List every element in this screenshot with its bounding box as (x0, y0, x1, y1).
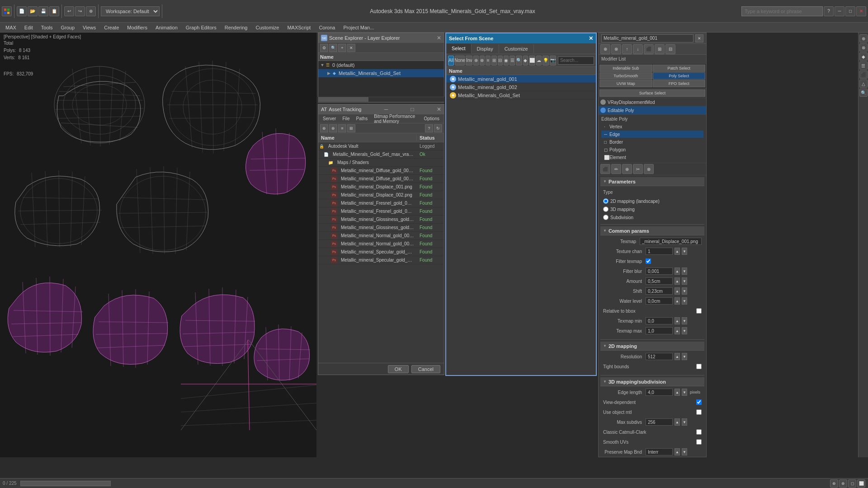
preserve-map-up[interactable]: ▲ (675, 448, 680, 455)
sfs-btn-filter8[interactable]: 🔍 (516, 56, 522, 66)
sfs-item-gold002[interactable]: ◆ Metallic_mineral_gold_002 (446, 83, 596, 91)
at-menu-paths[interactable]: Paths (354, 116, 371, 122)
rt-btn-1[interactable]: ⊕ (859, 34, 868, 42)
btn-patch-select[interactable]: Patch Select (653, 65, 706, 72)
texmap-input[interactable] (640, 238, 702, 245)
type-subdiv[interactable]: Subdivision (603, 214, 702, 221)
rt-btn-6[interactable]: △ (859, 80, 868, 88)
at-row-norm001[interactable]: Ps Metallic_mineral_Normal_gold_001.png … (318, 232, 444, 240)
texture-chan-up[interactable]: ▲ (675, 248, 680, 255)
at-row-maps[interactable]: 📁 Maps / Shaders (318, 159, 444, 167)
water-level-up[interactable]: ▲ (675, 297, 680, 305)
shift-input[interactable] (646, 287, 673, 295)
at-cancel-button[interactable]: Cancel (411, 365, 440, 373)
sfs-btn-filter11[interactable]: ☁ (536, 56, 542, 66)
at-row-vault[interactable]: 🔒 Autodesk Vault Logged (318, 142, 444, 150)
max-subdivs-input[interactable] (646, 418, 673, 426)
sfs-btn-filter2[interactable]: ⊗ (480, 56, 485, 66)
at-row-fresnel002[interactable]: Ps Metallic_mineral_Fresnel_gold_002.png… (318, 207, 444, 216)
at-row-displ002[interactable]: Ps Metallic_mineral_Displace_002.png Fou… (318, 191, 444, 199)
amount-up[interactable]: ▲ (675, 277, 680, 285)
menu-modifiers[interactable]: Modifiers (123, 24, 151, 31)
at-row-diff001[interactable]: Ps Metallic_mineral_Diffuse_gold_001.png… (318, 167, 444, 175)
texmap-max-up[interactable]: ▲ (675, 327, 680, 334)
ep-btn-2[interactable]: ✏ (611, 164, 621, 174)
open-btn[interactable]: 📂 (28, 6, 38, 16)
texmap-max-input[interactable] (646, 327, 673, 334)
minimize-btn[interactable]: ─ (835, 6, 844, 16)
filter-texmap-check[interactable] (646, 258, 651, 264)
maximize-btn[interactable]: □ (845, 6, 855, 16)
sfs-btn-filter3[interactable]: ≡ (486, 56, 491, 66)
3d-mapping-title[interactable]: 3D mapping/subdivision (600, 377, 704, 386)
type-3d[interactable]: 3D mapping (603, 206, 702, 213)
at-menu-bitmap[interactable]: Bitmap Performance and Memory (371, 113, 420, 124)
radio-2d[interactable] (603, 198, 609, 204)
max-subdivs-up[interactable]: ▲ (675, 418, 680, 426)
prop-btn-5[interactable]: ⬛ (644, 44, 654, 54)
texmap-max-down[interactable]: ▼ (682, 327, 687, 334)
tight-bounds-check[interactable] (696, 364, 702, 369)
select-obj-btn[interactable]: ⊕ (86, 6, 96, 16)
menu-corona[interactable]: Corona (315, 24, 339, 31)
expand-layer0[interactable]: ▼ (320, 63, 325, 67)
sfs-search-input[interactable] (558, 56, 594, 65)
sfs-tab-select[interactable]: Select (446, 44, 472, 54)
sfs-item-goldset[interactable]: ◆ Metallic_Minerals_Gold_Set (446, 91, 596, 99)
asset-hscroll-thumb[interactable] (318, 97, 368, 102)
sfs-btn-filter5[interactable]: ⊟ (498, 56, 503, 66)
sfs-btn-filter13[interactable]: 📷 (550, 56, 556, 66)
sfs-item-gold001[interactable]: ◆ Metallic_mineral_gold_001 (446, 75, 596, 83)
btn-poly-select[interactable]: Poly Select (653, 72, 706, 80)
sfs-btn-filter6[interactable]: ◉ (504, 56, 509, 66)
at-row-spec002[interactable]: Ps Metallic_mineral_Specular_gold_002.pn… (318, 256, 444, 264)
menu-customize[interactable]: Customize (252, 24, 283, 31)
close-btn[interactable]: ✕ (856, 6, 866, 16)
sfs-tab-customize[interactable]: Customize (499, 44, 534, 53)
sfs-btn-filter12[interactable]: 💡 (542, 56, 549, 66)
type-2d[interactable]: 2D mapping (landscape) (603, 197, 702, 205)
sfs-close-btn[interactable]: ✕ (589, 35, 593, 42)
preserve-map-input[interactable] (646, 448, 673, 455)
sfs-btn-filter10[interactable]: ⬜ (529, 56, 535, 66)
asset-tracking-maximize[interactable]: □ (410, 106, 414, 113)
se-btn-close-x[interactable]: ✕ (347, 44, 355, 52)
search-input[interactable] (741, 6, 823, 16)
sub-polygon[interactable]: ◻ Polygon (601, 146, 703, 153)
water-level-down[interactable]: ▼ (682, 297, 687, 305)
modifier-editable-poly[interactable]: Editable Poly (599, 106, 706, 114)
prop-btn-1[interactable]: ⊕ (600, 44, 610, 54)
btn-indenable-sub[interactable]: Indenable Sub (599, 65, 652, 72)
prop-close-btn[interactable]: ✕ (695, 34, 703, 42)
resolution-up[interactable]: ▲ (675, 353, 680, 360)
edge-length-up[interactable]: ▲ (675, 389, 680, 396)
btn-turbosmooth[interactable]: TurboSmooth (599, 72, 652, 80)
max-subdivs-down[interactable]: ▼ (682, 418, 687, 426)
asset-tracking-minimize[interactable]: ─ (384, 106, 388, 113)
obj-name-input[interactable] (601, 34, 693, 42)
at-row-spec001[interactable]: Ps Metallic_mineral_Specular_gold_001.pn… (318, 248, 444, 256)
shift-up[interactable]: ▲ (675, 287, 680, 295)
se-btn-1[interactable]: ⚙ (320, 44, 328, 52)
edge-length-down[interactable]: ▼ (682, 389, 687, 396)
texmap-min-down[interactable]: ▼ (682, 317, 687, 324)
menu-group[interactable]: Group (57, 24, 79, 31)
prop-btn-3[interactable]: ↑ (622, 44, 632, 54)
prop-btn-7[interactable]: ⊟ (665, 44, 675, 54)
shift-down[interactable]: ▼ (682, 287, 687, 295)
redo-btn[interactable]: ↪ (75, 6, 85, 16)
rt-btn-7[interactable]: 🔍 (859, 89, 868, 97)
at-btn-1[interactable]: ⊕ (320, 124, 328, 132)
menu-graph-editors[interactable]: Graph Editors (182, 24, 220, 31)
menu-project-man[interactable]: Project Man... (340, 24, 377, 31)
at-btn-2[interactable]: ⊗ (329, 124, 337, 132)
prop-btn-4[interactable]: ↓ (633, 44, 643, 54)
save-btn[interactable]: 💾 (38, 6, 48, 16)
at-row-gloss001[interactable]: Ps Metallic_mineral_Glossiness_gold_001.… (318, 216, 444, 224)
water-level-input[interactable] (646, 297, 673, 305)
at-btn-3[interactable]: ≡ (338, 124, 346, 132)
classic-catmull-check[interactable] (696, 429, 702, 435)
view-dependent-check[interactable] (696, 399, 702, 405)
at-btn-help[interactable]: ? (425, 124, 433, 132)
tree-item-goldset[interactable]: ▶ ◆ Metallic_Minerals_Gold_Set (318, 69, 444, 77)
